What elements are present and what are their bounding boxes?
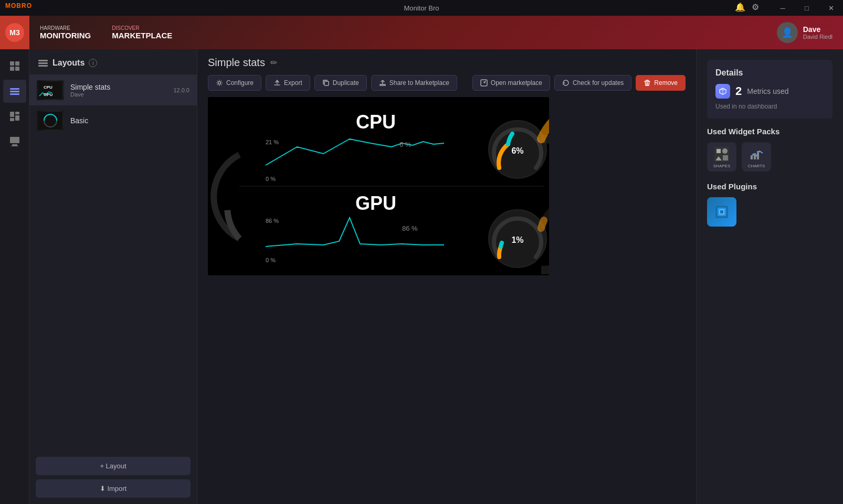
widget-packs-title: Used Widget Packs: [707, 127, 833, 136]
svg-rect-46: [723, 155, 728, 160]
close-button[interactable]: ✕: [819, 0, 843, 16]
cube-icon: [719, 87, 727, 95]
share-button[interactable]: Share to Marketplace: [371, 75, 457, 91]
svg-rect-2: [10, 67, 14, 71]
content-header: Simple stats ✏: [197, 49, 696, 69]
discover-marketplace-tab[interactable]: Discover MARKETPLACE: [101, 16, 183, 49]
svg-text:86 %: 86 %: [402, 224, 418, 232]
metrics-count: 2: [735, 84, 742, 98]
details-title: Details: [715, 68, 824, 78]
shapes-icon: [713, 146, 730, 163]
layout-version: 12.0.0: [173, 87, 189, 93]
plugin-inner-icon: [713, 203, 730, 220]
svg-rect-10: [10, 118, 14, 121]
export-button[interactable]: Export: [266, 75, 310, 91]
layout-thumb: CPU GPU: [37, 80, 64, 100]
app-logo: MOBRO: [5, 2, 32, 9]
user-name: Dave: [803, 25, 833, 34]
no-dashboard: Used in no dashboard: [715, 103, 824, 110]
layouts-info-icon[interactable]: i: [89, 59, 97, 67]
open-marketplace-button[interactable]: Open marketplace: [472, 75, 550, 91]
svg-rect-15: [38, 62, 48, 64]
remove-button[interactable]: Remove: [636, 75, 686, 91]
plugin-icon[interactable]: [707, 197, 736, 227]
titlebar-icons: 🔔 ⚙: [735, 2, 759, 12]
configure-icon: [216, 79, 223, 87]
user-info: Dave David Riedl: [803, 25, 833, 40]
sidebar-item-layers[interactable]: [3, 80, 26, 103]
sidebar-icons: [0, 49, 29, 504]
svg-rect-43: [716, 149, 721, 153]
import-button[interactable]: ⬇ Import: [36, 479, 191, 498]
logo-badge: M3: [5, 23, 24, 42]
edit-icon[interactable]: ✏: [270, 58, 277, 68]
metrics-icon: [715, 84, 730, 99]
sidebar-item-grid[interactable]: [3, 55, 26, 78]
minimize-button[interactable]: ─: [771, 0, 795, 16]
content-area: Simple stats ✏ Configure Export: [197, 49, 696, 504]
avatar: 👤: [777, 22, 798, 43]
marketplace-icon: [480, 79, 488, 87]
svg-rect-5: [10, 91, 19, 92]
hardware-monitoring-tab[interactable]: Hardware MONITORING: [29, 16, 101, 49]
svg-rect-8: [15, 112, 19, 114]
hardware-sub: Hardware: [40, 25, 91, 31]
svg-rect-16: [38, 65, 48, 67]
configure-button[interactable]: Configure: [208, 75, 261, 91]
add-layout-button[interactable]: + Layout: [36, 457, 191, 475]
layout-item-simple-stats[interactable]: CPU GPU Simple stats Dave 12.0.0: [29, 75, 197, 105]
svg-point-44: [722, 148, 728, 154]
svg-text:CPU: CPU: [44, 85, 52, 90]
svg-text:CPU: CPU: [356, 111, 396, 133]
widget-pack-charts[interactable]: CHARTS: [742, 142, 771, 171]
svg-rect-49: [754, 153, 756, 159]
layout-thumb-basic: [37, 111, 64, 131]
layout-name-basic: Basic: [70, 116, 189, 125]
svg-rect-48: [751, 155, 753, 159]
svg-rect-4: [10, 88, 19, 90]
check-updates-button[interactable]: Check for updates: [554, 75, 631, 91]
svg-rect-0: [10, 61, 14, 66]
layers-header-icon: [38, 58, 48, 68]
remove-icon: [644, 79, 651, 87]
widget-pack-shapes[interactable]: SHAPES: [707, 142, 736, 171]
metrics-label: Metrics used: [747, 87, 788, 95]
widget-packs-list: SHAPES CHARTS: [707, 142, 833, 171]
topnav: M3 Hardware MONITORING Discover MARKETPL…: [0, 16, 843, 49]
charts-icon: [748, 146, 765, 163]
discover-main: MARKETPLACE: [112, 31, 172, 40]
svg-text:0 %: 0 %: [266, 176, 276, 182]
update-icon: [562, 79, 570, 87]
layout-item-basic[interactable]: Basic: [29, 105, 197, 136]
duplicate-button[interactable]: Duplicate: [314, 75, 367, 91]
discover-sub: Discover: [112, 25, 172, 31]
layouts-panel: Layouts i CPU GPU Simple stats Dave 12: [29, 49, 197, 504]
hardware-main: MONITORING: [40, 31, 91, 40]
shapes-label: SHAPES: [713, 164, 730, 168]
svg-rect-50: [757, 151, 759, 159]
svg-text:1%: 1%: [511, 235, 523, 244]
svg-rect-9: [15, 115, 19, 121]
plugins-section: Used Plugins: [707, 182, 833, 227]
svg-rect-11: [10, 137, 19, 143]
right-panel: Details 2 Metrics used Used in no dashbo…: [696, 49, 843, 504]
notification-icon[interactable]: 🔔: [735, 2, 745, 12]
sidebar-item-widgets[interactable]: [3, 105, 26, 128]
svg-rect-54: [720, 210, 723, 213]
layout-thumb-inner: CPU GPU: [37, 80, 64, 100]
svg-rect-1: [15, 61, 19, 66]
duplicate-icon: [322, 79, 330, 87]
titlebar: MOBRO Monitor Bro 🔔 ⚙ ─ □ ✕: [0, 0, 843, 16]
settings-icon[interactable]: ⚙: [752, 2, 759, 12]
sidebar-item-dashboard[interactable]: [3, 130, 26, 153]
export-icon: [273, 79, 281, 87]
svg-text:86 %: 86 %: [266, 218, 279, 224]
svg-rect-3: [15, 67, 19, 71]
plugins-title: Used Plugins: [707, 182, 833, 191]
app-logo-nav: M3: [0, 16, 29, 49]
svg-rect-23: [324, 81, 329, 85]
layout-info-basic: Basic: [70, 116, 189, 125]
preview-container: CPU 21 % 0 % 6% 6 %: [208, 97, 549, 275]
maximize-button[interactable]: □: [795, 0, 819, 16]
svg-rect-7: [10, 112, 14, 117]
